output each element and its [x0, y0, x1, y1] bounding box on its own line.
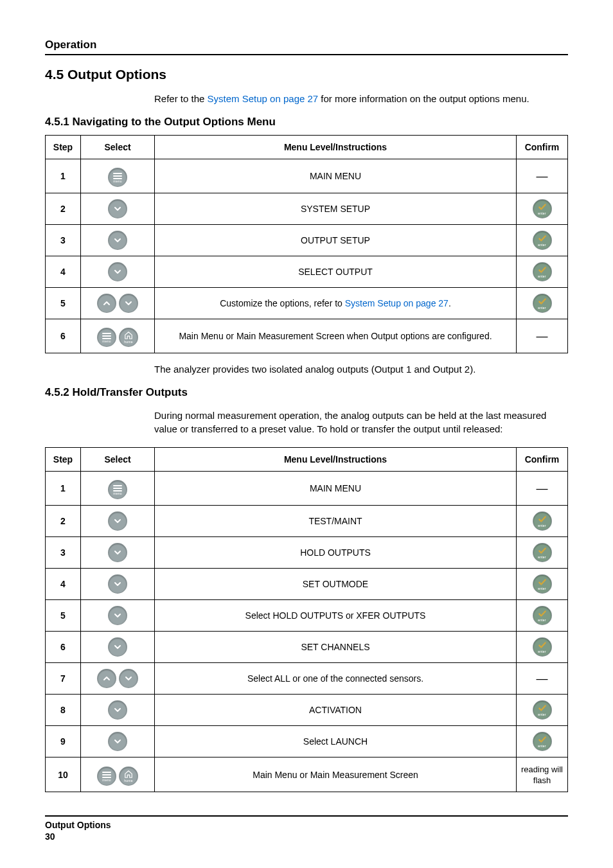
instruction-cell: Customize the options, refer to System S… [155, 288, 517, 319]
confirm-text: reading will flash [521, 765, 563, 785]
confirm-cell: enter [517, 506, 568, 537]
intro-suffix: for more information on the output optio… [318, 93, 529, 104]
col-step: Step [46, 136, 81, 159]
intro-prefix: Refer to the [154, 93, 208, 104]
instruction-cell: Main Menu or Main Measurement Screen [155, 757, 517, 792]
table-row: 3 OUTPUT SETUP enter [46, 225, 568, 256]
down-arrow-key-icon [109, 638, 127, 656]
select-keys [81, 600, 155, 632]
instruction-cell: OUTPUT SETUP [155, 225, 517, 256]
up-arrow-key-icon [98, 669, 116, 687]
table-row: 6 menu homeMain Menu or Main Measurement… [46, 319, 568, 353]
confirm-cell: enter [517, 726, 568, 757]
footer-page-number: 30 [45, 831, 568, 842]
step-number: 10 [46, 757, 81, 792]
table-row: 9 Select LAUNCH enter [46, 726, 568, 757]
step-number: 5 [46, 288, 81, 319]
enter-key-icon: enter [533, 638, 551, 656]
enter-key-icon: enter [533, 263, 551, 281]
enter-key-icon: enter [533, 544, 551, 562]
confirm-cell: enter [517, 256, 568, 288]
table-row: 1 menuMAIN MENU— [46, 159, 568, 193]
step-number: 7 [46, 663, 81, 695]
instruction-cell: MAIN MENU [155, 472, 517, 506]
up-arrow-key-icon [98, 294, 116, 312]
table-row: 2 TEST/MAINT enter [46, 506, 568, 537]
footer-section-name: Output Options [45, 819, 568, 831]
instruction-cell: SELECT OUTPUT [155, 256, 517, 288]
step-number: 6 [46, 319, 81, 353]
select-keys [81, 726, 155, 757]
step-number: 5 [46, 600, 81, 632]
enter-key-icon: enter [533, 231, 551, 249]
page-footer: Output Options 30 [45, 815, 568, 842]
table-row: 8 ACTIVATION enter [46, 695, 568, 726]
step-number: 2 [46, 506, 81, 537]
instruction-cell: MAIN MENU [155, 159, 517, 193]
down-arrow-key-icon [109, 263, 127, 281]
table-row: 1 menuMAIN MENU— [46, 472, 568, 506]
instruction-cell: SYSTEM SETUP [155, 193, 517, 225]
enter-key-icon: enter [533, 575, 551, 593]
down-arrow-key-icon [109, 575, 127, 593]
select-keys [81, 537, 155, 569]
instruction-prefix: Customize the options, refer to [220, 298, 345, 308]
col-select: Select [81, 448, 155, 472]
select-keys [81, 256, 155, 288]
step-number: 3 [46, 225, 81, 256]
menu-key-icon: menu [98, 767, 116, 785]
confirm-cell: — [517, 159, 568, 193]
table-row: 4 SELECT OUTPUT enter [46, 256, 568, 288]
instruction-cell: SET OUTMODE [155, 569, 517, 600]
down-arrow-key-icon [120, 669, 138, 687]
select-keys: menu home [81, 757, 155, 792]
page: Operation 4.5 Output Options Refer to th… [0, 0, 613, 868]
table-row: 5 Select HOLD OUTPUTS or XFER OUTPUTS en… [46, 600, 568, 632]
col-confirm: Confirm [517, 136, 568, 159]
instruction-cell: Select LAUNCH [155, 726, 517, 757]
table-row: 4 SET OUTMODE enter [46, 569, 568, 600]
col-select: Select [81, 136, 155, 159]
select-keys [81, 225, 155, 256]
table-header-row: Step Select Menu Level/Instructions Conf… [46, 136, 568, 159]
enter-key-icon: enter [533, 200, 551, 218]
table-row: 3 HOLD OUTPUTS enter [46, 537, 568, 569]
col-instructions: Menu Level/Instructions [155, 136, 517, 159]
select-keys: menu [81, 472, 155, 506]
link-system-setup[interactable]: System Setup on page 27 [208, 93, 319, 104]
step-number: 4 [46, 569, 81, 600]
table-row: 6 SET CHANNELS enter [46, 632, 568, 663]
step-number: 6 [46, 632, 81, 663]
enter-key-icon: enter [533, 701, 551, 719]
down-arrow-key-icon [109, 607, 127, 624]
table-hold-transfer: Step Select Menu Level/Instructions Conf… [45, 447, 568, 792]
step-number: 1 [46, 472, 81, 506]
step-number: 4 [46, 256, 81, 288]
enter-key-icon: enter [533, 732, 551, 750]
down-arrow-key-icon [109, 200, 127, 218]
step-number: 3 [46, 537, 81, 569]
confirm-cell: enter [517, 288, 568, 319]
menu-key-icon: menu [109, 481, 127, 499]
two-outputs-note: The analyzer provides two isolated analo… [154, 362, 568, 376]
link-system-setup[interactable]: System Setup on page 27 [345, 298, 449, 308]
running-header: Operation [45, 39, 568, 55]
select-keys [81, 695, 155, 726]
menu-key-icon: menu [98, 328, 116, 346]
no-confirm-dash: — [537, 672, 548, 685]
down-arrow-key-icon [109, 544, 127, 562]
confirm-cell: enter [517, 569, 568, 600]
col-step: Step [46, 448, 81, 472]
instruction-cell: HOLD OUTPUTS [155, 537, 517, 569]
down-arrow-key-icon [109, 701, 127, 719]
step-number: 9 [46, 726, 81, 757]
confirm-cell: — [517, 663, 568, 695]
heading-4-5-2: 4.5.2 Hold/Transfer Outputs [45, 386, 568, 399]
instruction-cell: Main Menu or Main Measurement Screen whe… [155, 319, 517, 353]
select-keys: menu home [81, 319, 155, 353]
confirm-cell: — [517, 472, 568, 506]
confirm-cell: enter [517, 632, 568, 663]
col-instructions: Menu Level/Instructions [155, 448, 517, 472]
confirm-cell: enter [517, 225, 568, 256]
no-confirm-dash: — [537, 170, 548, 182]
